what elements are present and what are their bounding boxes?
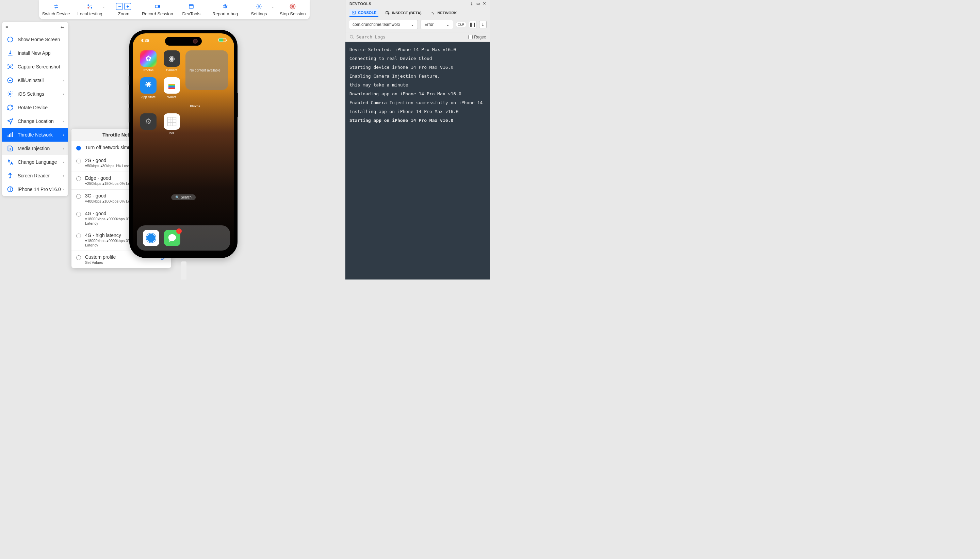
photos-widget[interactable]: No content available [185, 50, 228, 90]
phone-side-button [129, 76, 130, 85]
app-appstore[interactable]: App Store [139, 77, 158, 99]
toolbar-label: Stop Session [280, 11, 306, 17]
regex-checkbox[interactable] [468, 35, 473, 39]
chevron-right-icon: › [63, 119, 64, 123]
console-line: Connecting to real Device Cloud [350, 54, 486, 63]
svg-rect-10 [292, 6, 294, 8]
sidebar-item-throttle-network[interactable]: Throttle Network› [2, 128, 68, 142]
console-line: this may take a minute [350, 81, 486, 89]
radio-button[interactable] [76, 194, 81, 199]
app-safari[interactable] [143, 230, 159, 246]
svg-point-0 [88, 5, 89, 6]
zoom-in-icon[interactable]: + [124, 3, 131, 10]
grid-icon [164, 113, 180, 130]
clear-button[interactable]: CLR [456, 22, 466, 27]
sidebar-item-capture-screenshot[interactable]: Capture Screenshot [2, 60, 68, 74]
radio-button[interactable] [76, 255, 81, 260]
sidebar-item-kill-uninstall[interactable]: Kill/Uninstall› [2, 74, 68, 87]
settings-button[interactable]: Settings ⌄ [242, 0, 276, 19]
svg-point-12 [10, 66, 11, 68]
radio-button[interactable] [76, 233, 81, 238]
zoom-button[interactable]: − + Zoom [107, 0, 140, 19]
zoom-icon: − + [116, 3, 131, 10]
devtools-title: DEVTOOLS [350, 2, 371, 6]
svg-point-15 [10, 93, 11, 95]
tab-network[interactable]: NETWORK [428, 9, 459, 17]
svg-rect-17 [9, 134, 10, 137]
video-icon [154, 3, 161, 10]
toolbar-label: Zoom [118, 11, 129, 17]
chevron-down-icon: ⌄ [446, 22, 449, 27]
switch-device-button[interactable]: Switch Device [39, 0, 73, 19]
tab-inspect[interactable]: INSPECT (BETA) [383, 9, 423, 17]
radio-button[interactable] [76, 176, 81, 181]
app-wallet[interactable]: Wallet [162, 77, 182, 99]
app-settings[interactable]: ⚙ [139, 113, 158, 135]
stop-session-button[interactable]: Stop Session [276, 0, 310, 19]
devtools-filters: com.crunchtime.teamworx ⌄ Error ⌄ CLR ❚❚… [345, 17, 490, 32]
sidebar-item-ios-settings[interactable]: iOS Settings› [2, 87, 68, 101]
dynamic-island [165, 37, 202, 46]
record-session-button[interactable]: Record Session [140, 0, 174, 19]
radio-button[interactable] [76, 146, 81, 150]
chevron-right-icon: › [63, 188, 64, 191]
sidebar-item-change-location[interactable]: Change Location› [2, 114, 68, 128]
pause-button[interactable]: ❚❚ [469, 21, 477, 28]
report-bug-button[interactable]: Report a bug [208, 0, 242, 19]
sidebar-item-screen-reader[interactable]: Screen Reader› [2, 169, 68, 182]
phone-side-button [129, 108, 130, 122]
expand-icon[interactable]: ▭ [477, 2, 480, 6]
console-icon [351, 10, 356, 15]
bug-icon [222, 3, 229, 10]
app-messages[interactable]: ! [164, 230, 180, 246]
app-photos[interactable]: ✿ Photos [139, 50, 158, 72]
camera-icon: ◉ [164, 50, 180, 67]
sidebar-item-label: Screen Reader [18, 173, 49, 179]
toolbar-label: Switch Device [42, 11, 70, 17]
phone-side-button [129, 89, 130, 104]
svg-line-39 [353, 38, 353, 38]
settings-icon: ⚙ [140, 113, 157, 130]
sidebar-item-media-injection[interactable]: Media Injection› [2, 142, 68, 155]
sidebar-item-rotate-device[interactable]: Rotate Device [2, 101, 68, 114]
spotlight-search[interactable]: 🔍 Search [171, 194, 196, 200]
close-icon[interactable]: ✕ [483, 2, 486, 6]
level-filter-dropdown[interactable]: Error ⌄ [421, 20, 453, 29]
svg-point-20 [10, 173, 10, 174]
download-icon[interactable]: ⭳ [470, 2, 474, 6]
console-output[interactable]: Device Selected: iPhone 14 Pro Max v16.0… [345, 42, 490, 280]
zoom-out-icon[interactable]: − [116, 3, 123, 10]
sidebar-item-show-home-screen[interactable]: Show Home Screen [2, 33, 68, 46]
sidebar-item-label: Change Location [18, 119, 54, 124]
chevron-right-icon: › [63, 160, 64, 164]
network-icon [7, 131, 13, 138]
drag-icon: ≡ [5, 25, 8, 30]
devtools-button[interactable]: DevTools [175, 0, 208, 19]
chevron-right-icon: › [63, 147, 64, 150]
minus-circle-icon [7, 77, 13, 84]
scroll-bottom-button[interactable]: ⤓ [479, 21, 487, 28]
sidebar-handle[interactable]: ≡ ↤ [2, 22, 68, 33]
search-icon [350, 35, 354, 40]
sidebar-panel: ≡ ↤ Show Home ScreenInstall New AppCaptu… [2, 22, 68, 196]
home-circle-icon [7, 36, 13, 43]
network-icon [431, 11, 436, 15]
sidebar-item-install-new-app[interactable]: Install New App [2, 46, 68, 60]
toolbar-label: Report a bug [212, 11, 238, 17]
language-icon [7, 159, 13, 165]
sidebar-item-label: iPhone 14 Pro v16.0 [18, 187, 61, 192]
phone-screen[interactable]: 4:36 ✿ Photos ◉ Camera No content availa… [133, 33, 234, 255]
app-camera[interactable]: ◉ Camera [162, 50, 182, 72]
app-filter-dropdown[interactable]: com.crunchtime.teamworx ⌄ [349, 20, 418, 29]
app-other[interactable]: her [162, 113, 182, 135]
radio-button[interactable] [76, 159, 81, 164]
local-testing-button[interactable]: Local testing ⌄ [73, 0, 107, 19]
collapse-icon[interactable]: ↤ [61, 25, 64, 30]
sidebar-item-change-language[interactable]: Change Language› [2, 155, 68, 169]
tab-console[interactable]: CONSOLE [350, 9, 378, 17]
search-logs-input[interactable]: Search Logs [350, 35, 386, 40]
sidebar-item-iphone-14-pro[interactable]: iPhone 14 Pro v16.0› [2, 182, 68, 196]
radio-button[interactable] [76, 212, 81, 217]
regex-toggle[interactable]: Regex [468, 35, 486, 40]
svg-point-23 [10, 188, 10, 188]
